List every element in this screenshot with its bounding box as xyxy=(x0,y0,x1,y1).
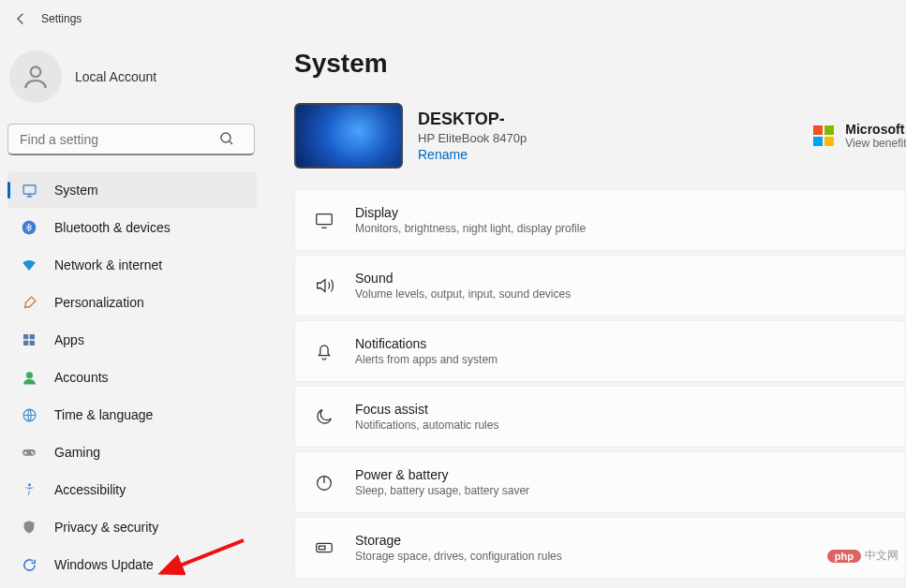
sidebar-item-time-language[interactable]: Time & language xyxy=(7,397,257,433)
account-button[interactable]: Local Account xyxy=(7,43,264,118)
sidebar-item-bluetooth-devices[interactable]: Bluetooth & devices xyxy=(7,210,257,245)
setting-subtitle: Notifications, automatic rules xyxy=(355,419,498,432)
setting-subtitle: Alerts from apps and system xyxy=(355,353,498,366)
setting-title: Sound xyxy=(355,271,571,286)
person-icon xyxy=(21,62,51,92)
sidebar-item-label: Network & internet xyxy=(54,257,162,272)
svg-point-13 xyxy=(28,483,31,486)
sidebar-item-label: Windows Update xyxy=(54,557,154,572)
rename-link[interactable]: Rename xyxy=(418,147,468,162)
page-title: System xyxy=(294,49,906,79)
shield-icon xyxy=(21,519,37,536)
sidebar-item-personalization[interactable]: Personalization xyxy=(7,285,257,320)
svg-point-1 xyxy=(221,133,230,142)
bell-icon xyxy=(314,341,334,361)
microsoft-logo-icon xyxy=(813,125,834,146)
setting-title: Power & battery xyxy=(355,467,529,482)
wifi-icon xyxy=(21,257,37,273)
watermark: php 中文网 xyxy=(827,548,899,564)
setting-power-battery[interactable]: Power & batterySleep, battery usage, bat… xyxy=(294,451,906,513)
setting-subtitle: Sleep, battery usage, battery saver xyxy=(355,484,529,497)
sound-icon xyxy=(314,275,334,296)
brush-icon xyxy=(21,294,37,311)
person-icon xyxy=(21,369,37,386)
apps-icon xyxy=(21,331,37,348)
sidebar-item-privacy-security[interactable]: Privacy & security xyxy=(7,509,257,545)
sidebar-item-label: System xyxy=(54,183,98,198)
svg-rect-5 xyxy=(30,334,35,339)
sidebar-item-network-internet[interactable]: Network & internet xyxy=(7,247,257,283)
system-icon xyxy=(21,182,37,198)
svg-point-8 xyxy=(25,372,32,378)
sidebar-item-windows-update[interactable]: Windows Update xyxy=(7,547,257,582)
sidebar-item-label: Gaming xyxy=(54,445,100,460)
watermark-text: 中文网 xyxy=(865,548,899,564)
watermark-badge: php xyxy=(827,550,861,563)
svg-point-12 xyxy=(33,453,35,455)
sidebar-item-label: Accessibility xyxy=(54,482,126,497)
svg-rect-14 xyxy=(317,214,333,225)
svg-rect-4 xyxy=(23,334,28,339)
globe-icon xyxy=(21,406,37,423)
gamepad-icon xyxy=(21,444,37,461)
setting-subtitle: Storage space, drives, configuration rul… xyxy=(355,550,562,563)
sidebar: Local Account SystemBluetooth & devicesN… xyxy=(0,37,272,588)
ms365-subtitle: View benefit xyxy=(845,137,906,150)
setting-subtitle: Monitors, brightness, night light, displ… xyxy=(355,222,586,235)
setting-sound[interactable]: SoundVolume levels, output, input, sound… xyxy=(294,255,906,316)
power-icon xyxy=(314,472,334,492)
ms365-button[interactable]: Microsoft 3 View benefit xyxy=(813,122,906,150)
accessibility-icon xyxy=(21,481,37,498)
search-icon xyxy=(219,131,234,149)
sidebar-item-apps[interactable]: Apps xyxy=(7,322,257,358)
setting-subtitle: Volume levels, output, input, sound devi… xyxy=(355,287,571,301)
device-name: DESKTOP- xyxy=(418,110,798,129)
avatar xyxy=(9,51,62,103)
app-title: Settings xyxy=(41,12,82,25)
bluetooth-icon xyxy=(21,219,37,236)
account-name: Local Account xyxy=(75,69,156,84)
setting-title: Storage xyxy=(355,533,562,548)
sidebar-item-system[interactable]: System xyxy=(7,172,257,208)
device-thumbnail[interactable] xyxy=(294,103,403,169)
setting-focus-assist[interactable]: Focus assistNotifications, automatic rul… xyxy=(294,386,906,448)
main-content: System DESKTOP- HP EliteBook 8470p Renam… xyxy=(272,37,906,588)
svg-rect-7 xyxy=(30,341,35,345)
svg-rect-17 xyxy=(319,546,325,550)
sidebar-item-label: Apps xyxy=(54,332,84,347)
moon-icon xyxy=(314,406,334,427)
setting-notifications[interactable]: NotificationsAlerts from apps and system xyxy=(294,320,906,382)
display-icon xyxy=(314,210,334,230)
sidebar-item-label: Time & language xyxy=(54,407,153,422)
update-icon xyxy=(21,556,37,573)
back-button[interactable] xyxy=(11,9,30,28)
sidebar-item-label: Accounts xyxy=(54,370,109,385)
setting-title: Notifications xyxy=(355,336,498,351)
sidebar-item-accessibility[interactable]: Accessibility xyxy=(7,472,257,507)
svg-point-11 xyxy=(31,451,33,453)
ms365-title: Microsoft 3 xyxy=(845,122,906,137)
search-input[interactable] xyxy=(7,124,255,155)
sidebar-item-accounts[interactable]: Accounts xyxy=(7,360,257,395)
sidebar-item-label: Personalization xyxy=(54,295,144,310)
svg-rect-2 xyxy=(23,184,36,193)
setting-display[interactable]: DisplayMonitors, brightness, night light… xyxy=(294,189,906,251)
setting-storage[interactable]: StorageStorage space, drives, configurat… xyxy=(294,517,906,579)
setting-title: Focus assist xyxy=(355,402,498,417)
arrow-left-icon xyxy=(13,11,28,26)
device-model: HP EliteBook 8470p xyxy=(418,131,798,145)
svg-point-0 xyxy=(31,66,41,77)
storage-icon xyxy=(314,537,334,558)
svg-rect-6 xyxy=(23,341,28,345)
sidebar-item-label: Bluetooth & devices xyxy=(54,220,171,235)
sidebar-item-label: Privacy & security xyxy=(54,520,158,535)
sidebar-item-gaming[interactable]: Gaming xyxy=(7,434,257,470)
setting-title: Display xyxy=(355,205,586,220)
